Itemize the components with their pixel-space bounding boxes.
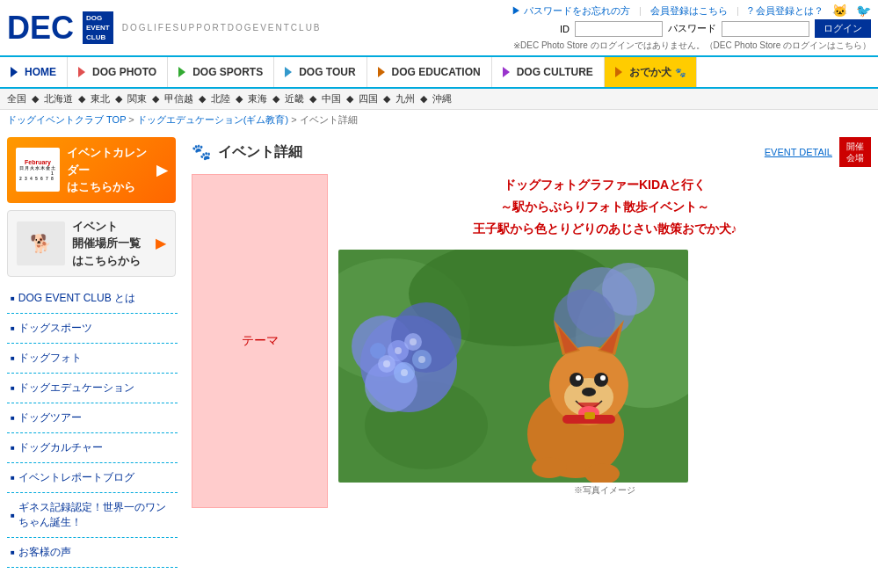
event-main: ドッグフォトグラファーKIDAと行く ～駅からぶらりフォト散歩イベント～ 王子駅…: [328, 174, 871, 508]
sidebar-item-dog-education[interactable]: ドッグエデュケーション: [7, 374, 178, 403]
photo-caption: ※写真イメージ: [338, 484, 871, 497]
svg-point-32: [576, 375, 581, 381]
dog-tour-arrow-icon: [285, 67, 292, 77]
dog-edu-arrow-icon: [378, 67, 385, 77]
calendar-banner-arrow-icon: ▶: [156, 162, 167, 178]
region-tohoku[interactable]: 東北: [91, 92, 110, 105]
location-banner-arrow-icon: ▶: [156, 235, 166, 251]
location-banner-text: イベント 開催場所一覧 はこちらから: [72, 218, 149, 270]
svg-point-19: [383, 360, 390, 367]
login-row: ID パスワード ログイン: [560, 19, 871, 38]
region-shikoku[interactable]: 四国: [359, 92, 378, 105]
content-header: 🐾 イベント詳細 EVENT DETAIL 開催 会場: [192, 137, 871, 167]
content-area: 🐾 イベント詳細 EVENT DETAIL 開催 会場 テーマ ドッグフォトグラ…: [185, 130, 878, 575]
theme-box: テーマ: [192, 174, 328, 508]
odeka-arrow-icon: [615, 67, 622, 77]
photo-store-note: ※DEC Photo Store のログインではありません。（DEC Photo…: [513, 40, 871, 52]
sidebar-item-dog-photo[interactable]: ドッグフォト: [7, 344, 178, 374]
calendar-banner-text: イベントカレンダー はこちらから: [67, 144, 149, 196]
main-layout: February 日月火水木金土 1 2345678 イベントカレンダー はこち…: [0, 130, 878, 575]
sidebar-item-dog-sports[interactable]: ドッグスポーツ: [7, 314, 178, 344]
event-title: ドッグフォトグラファーKIDAと行く ～駅からぶらりフォト散歩イベント～ 王子駅…: [338, 174, 871, 241]
paw-icon: 🐾: [192, 142, 211, 162]
sidebar-menu: DOG EVENT CLUB とは ドッグスポーツ ドッグフォト ドッグエデュケ…: [7, 284, 178, 568]
svg-point-33: [600, 375, 606, 381]
page-title: イベント詳細: [218, 143, 302, 162]
kaigai-button[interactable]: 開催 会場: [839, 137, 871, 167]
region-koshinetsu[interactable]: 甲信越: [164, 92, 193, 105]
breadcrumb-edu-link[interactable]: ドッグエデュケーション(ギム教育): [137, 114, 288, 125]
member-register-link[interactable]: 会員登録はこちら: [650, 4, 728, 18]
nav-dog-education[interactable]: DOG EDUCATION: [367, 57, 492, 87]
nav-dog-culture[interactable]: DOG CULTURE: [492, 57, 605, 87]
cat-icon: 🐱: [832, 4, 847, 18]
dog-sports-arrow-icon: [178, 67, 185, 77]
top-right: ▶ パスワードをお忘れの方 | 会員登録はこちら | ? 会員登録とは？ 🐱 🐦…: [512, 4, 871, 52]
svg-point-18: [401, 369, 408, 376]
sidebar-item-dog-culture[interactable]: ドッグカルチャー: [7, 433, 178, 463]
svg-point-14: [370, 343, 386, 359]
svg-point-15: [395, 347, 402, 354]
sidebar-item-dec-about[interactable]: DOG EVENT CLUB とは: [7, 284, 178, 314]
sidebar-item-guinness[interactable]: ギネス記録認定！世界一のワンちゃん誕生！: [7, 493, 178, 538]
region-okinawa[interactable]: 沖縄: [432, 92, 452, 105]
logo-dec[interactable]: DEC: [7, 12, 74, 44]
top-bar: DEC DOGEVENTCLUB DOGLIFESUPPORTDOGEVENTC…: [0, 0, 878, 57]
logo-subtitle: DOGLIFESUPPORTDOGEVENTCLUB: [122, 23, 322, 33]
twitter-icon[interactable]: 🐦: [856, 4, 871, 18]
region-hokkaido[interactable]: 北海道: [44, 92, 73, 105]
dog-photo-arrow-icon: [78, 67, 85, 77]
svg-point-38: [532, 457, 567, 478]
svg-point-17: [418, 356, 425, 363]
member-register-q-link[interactable]: ? 会員登録とは？: [748, 4, 824, 18]
event-location-banner[interactable]: 🐕 イベント 開催場所一覧 はこちらから ▶: [7, 210, 176, 278]
sidebar-item-dog-tour[interactable]: ドッグツアー: [7, 403, 178, 433]
region-nav: 全国 ◆ 北海道 ◆ 東北 ◆ 関東 ◆ 甲信越 ◆ 北陸 ◆ 東海 ◆ 近畿 …: [0, 89, 878, 110]
sidebar-item-event-report-blog[interactable]: イベントレポートブログ: [7, 463, 178, 493]
password-forgot-link[interactable]: ▶ パスワードをお忘れの方: [512, 4, 630, 18]
id-label: ID: [560, 24, 570, 34]
logo-box: DOGEVENTCLUB: [83, 11, 113, 45]
logo-area: DEC DOGEVENTCLUB DOGLIFESUPPORTDOGEVENTC…: [7, 11, 322, 45]
content-body: テーマ ドッグフォトグラファーKIDAと行く ～駅からぶらりフォト散歩イベント～…: [192, 174, 871, 508]
region-kanto[interactable]: 関東: [127, 92, 147, 105]
region-all[interactable]: 全国: [7, 92, 26, 105]
nav-dog-sports[interactable]: DOG SPORTS: [168, 57, 274, 87]
top-links: ▶ パスワードをお忘れの方 | 会員登録はこちら | ? 会員登録とは？ 🐱 🐦: [512, 4, 871, 18]
event-detail-link[interactable]: EVENT DETAIL: [765, 147, 832, 157]
svg-point-16: [410, 338, 417, 345]
theme-label: テーマ: [242, 333, 279, 349]
password-label: パスワード: [668, 22, 716, 35]
dog-culture-arrow-icon: [503, 67, 510, 77]
dogs-icon: 🐕: [17, 221, 65, 265]
breadcrumb-current: イベント詳細: [300, 114, 358, 125]
main-nav: HOME DOG PHOTO DOG SPORTS DOG TOUR DOG E…: [0, 57, 878, 89]
region-kinki[interactable]: 近畿: [285, 92, 304, 105]
svg-point-34: [582, 388, 596, 396]
home-arrow-icon: [11, 67, 18, 77]
sidebar: February 日月火水木金土 1 2345678 イベントカレンダー はこち…: [0, 130, 185, 575]
breadcrumb-top-link[interactable]: ドッグイベントクラブ TOP: [7, 114, 126, 125]
region-kyushu[interactable]: 九州: [395, 92, 415, 105]
event-image: [338, 250, 688, 483]
nav-home[interactable]: HOME: [0, 57, 68, 87]
content-title: 🐾 イベント詳細: [192, 142, 302, 162]
event-image-container: ※写真イメージ: [338, 250, 871, 497]
region-tokai[interactable]: 東海: [248, 92, 267, 105]
password-input[interactable]: [722, 21, 809, 37]
breadcrumb: ドッグイベントクラブ TOP > ドッグエデュケーション(ギム教育) > イベン…: [0, 110, 878, 130]
event-calendar-banner[interactable]: February 日月火水木金土 1 2345678 イベントカレンダー はこち…: [7, 137, 176, 203]
region-hokuriku[interactable]: 北陸: [211, 92, 230, 105]
nav-dog-tour[interactable]: DOG TOUR: [274, 57, 366, 87]
nav-odeka[interactable]: おでか犬 🐾: [605, 57, 697, 87]
sidebar-item-customer-voice[interactable]: お客様の声: [7, 538, 178, 568]
id-input[interactable]: [575, 21, 663, 37]
region-chugoku[interactable]: 中国: [322, 92, 341, 105]
nav-dog-photo[interactable]: DOG PHOTO: [68, 57, 168, 87]
svg-rect-37: [584, 412, 595, 419]
login-button[interactable]: ログイン: [815, 19, 871, 38]
calendar-icon: February 日月火水木金土 1 2345678: [16, 148, 60, 192]
